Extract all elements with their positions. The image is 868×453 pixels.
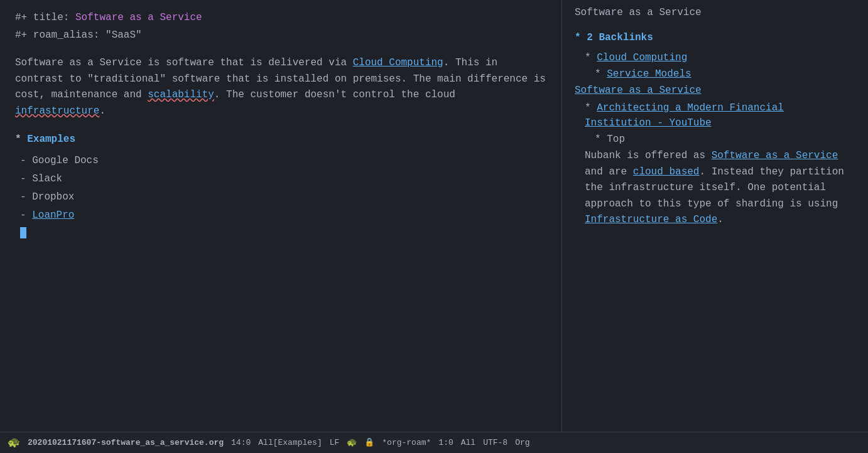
examples-header: * Examples (15, 132, 546, 147)
link-infrastructure[interactable]: infrastructure (15, 105, 99, 117)
link-loanpro[interactable]: LoanPro (32, 210, 74, 221)
title-line: #+ title: Software as a Service (15, 10, 546, 25)
cursor-line (20, 225, 546, 243)
cursor (20, 227, 26, 238)
link-cloud-computing[interactable]: Cloud Computing (597, 52, 687, 63)
list-item: - Slack (20, 170, 546, 188)
link-software-as-service[interactable]: Software as a Service (712, 150, 838, 161)
bullet: * (595, 68, 607, 80)
left-pane: #+ title: Software as a Service #+ roam_… (0, 0, 562, 432)
status-enc-mode: All (461, 437, 475, 449)
status-position: 14:0 (231, 437, 251, 449)
backlink-item-2: * Service Models (595, 67, 855, 82)
status-filename: 20201021171607-software_as_a_service.org (28, 437, 224, 449)
link-service-models[interactable]: Service Models (607, 68, 691, 80)
backlink-item-3: * Architecting a Modern Financial Instit… (585, 100, 855, 131)
excerpt-text-1: Nubank is offered as (585, 150, 712, 161)
status-enc-position: 1:0 (438, 437, 453, 449)
link-scalability[interactable]: scalability (148, 89, 214, 100)
excerpt-text-4: . (717, 214, 724, 225)
body-text-3: . The customer doesn't control the cloud (214, 89, 455, 100)
link-cloud-based[interactable]: cloud based (633, 166, 700, 178)
bullet: * (585, 52, 597, 63)
status-roam: *org-roam* (382, 437, 431, 449)
body-text-4: . (99, 105, 106, 117)
status-encoding: UTF-8 (483, 437, 507, 449)
excerpt-text-2: and are (585, 166, 633, 178)
status-major-mode: Org (515, 437, 529, 449)
body-text-1: Software as a Service is software that i… (15, 57, 353, 68)
list-item: - Dropbox (20, 188, 546, 206)
right-pane-title: Software as a Service (575, 5, 855, 23)
bullet: * (585, 102, 597, 114)
backlink-item-1: * Cloud Computing (585, 50, 855, 65)
turtle-icon: 🐢 (8, 435, 20, 450)
status-mode: All[Examples] (258, 437, 322, 449)
body-text: Software as a Service is software that i… (15, 55, 546, 119)
top-label: Top (607, 134, 625, 145)
backlink-source-link[interactable]: Software as a Service (575, 83, 855, 98)
backlinks-header: * 2 Backlinks (575, 30, 855, 45)
right-pane: Software as a Service * 2 Backlinks * Cl… (562, 0, 868, 432)
link-architecting[interactable]: Architecting a Modern Financial Institut… (585, 102, 784, 129)
examples-label: Examples (27, 134, 75, 145)
link-infra-as-code[interactable]: Infrastructure as Code (585, 214, 717, 225)
backlink-item-3-sub: * Top (595, 132, 855, 147)
link-cloud-computing[interactable]: Cloud Computing (353, 57, 443, 68)
bullet: * (595, 134, 607, 145)
list-item: - Google Docs (20, 152, 546, 170)
bullet-star: * (15, 134, 27, 145)
turtle-icon-2: 🐢 (347, 437, 357, 449)
status-lf: LF (330, 437, 340, 449)
lock-icon: 🔒 (364, 437, 374, 449)
title-value: Software as a Service (75, 12, 202, 23)
examples-list: - Google Docs - Slack - Dropbox - LoanPr… (20, 152, 546, 242)
backlink-excerpt: Nubank is offered as Software as a Servi… (585, 148, 855, 228)
status-bar: 🐢 20201021171607-software_as_a_service.o… (0, 432, 868, 453)
alias-line: #+ roam_alias: "SaaS" (15, 28, 546, 43)
list-item: - LoanPro (20, 206, 546, 225)
title-prefix: #+ title: (15, 12, 75, 23)
